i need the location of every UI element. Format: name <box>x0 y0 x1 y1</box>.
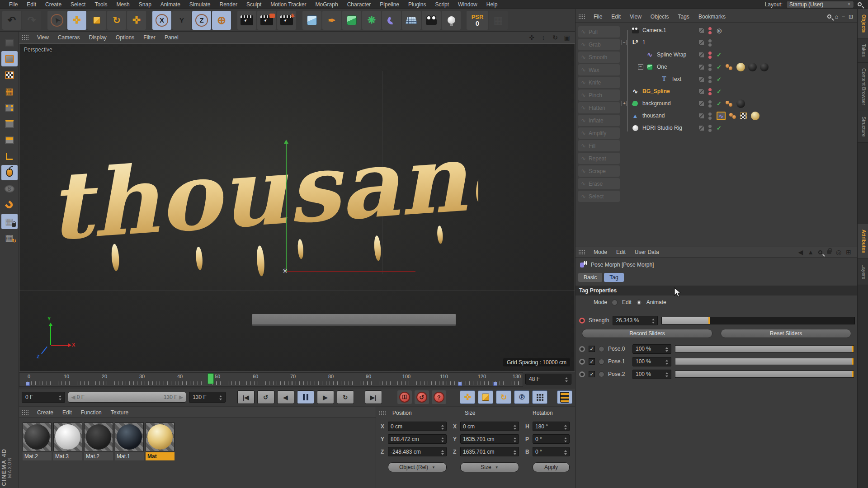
stepper-arrows-icon[interactable] <box>59 394 61 400</box>
menu-character[interactable]: Character <box>343 1 376 8</box>
visibility-toggle[interactable] <box>698 125 704 131</box>
sculpt-tool-repeat[interactable]: Repeat <box>578 153 620 164</box>
home-icon[interactable]: ⌂ <box>835 14 838 20</box>
phong-tag-icon[interactable] <box>726 101 733 107</box>
record-keyframe-button[interactable]: ⚿ <box>397 390 412 404</box>
y-axis-lock-button[interactable]: Y <box>172 11 191 30</box>
material-thumbnail[interactable] <box>23 422 52 451</box>
attr-menu-userdata[interactable]: User Data <box>630 249 664 255</box>
lattice-button[interactable] <box>489 11 508 30</box>
camera-button[interactable] <box>422 11 441 30</box>
primitive-cube-button[interactable] <box>302 11 321 30</box>
visibility-toggle[interactable] <box>698 101 704 107</box>
workplane-button[interactable] <box>1 84 18 99</box>
key-rotation-toggle[interactable] <box>496 390 511 404</box>
sculpt-tool-knife[interactable]: Knife <box>578 77 620 88</box>
history-forward-icon[interactable]: ▲ <box>807 249 814 256</box>
menu-mograph[interactable]: MoGraph <box>311 1 343 8</box>
editor-render-dots[interactable] <box>708 76 712 83</box>
pose-checkbox[interactable]: ✓ <box>589 371 595 377</box>
sculpt-tool-wax[interactable]: Wax <box>578 64 620 75</box>
rot-b-field[interactable]: 0 ° <box>533 447 570 456</box>
menu-motion-tracker[interactable]: Motion Tracker <box>266 1 311 8</box>
material-tag-dark[interactable] <box>760 63 769 71</box>
next-frame-button[interactable]: ▶ <box>317 390 334 404</box>
x-axis-handle[interactable] <box>287 271 415 272</box>
stepper-arrows-icon[interactable] <box>665 371 668 377</box>
material-thumbnail[interactable] <box>146 422 175 451</box>
pose-radio[interactable] <box>599 371 604 377</box>
material-menu-function[interactable]: Function <box>76 409 106 416</box>
material-tag-dark[interactable] <box>736 99 745 108</box>
material-thumbnail[interactable] <box>115 422 144 451</box>
keyframe-selection-button[interactable]: ? <box>432 390 446 404</box>
om-menu-file[interactable]: File <box>589 14 607 20</box>
editor-render-dots[interactable] <box>708 64 712 71</box>
object-row-null-1[interactable]: − 1 <box>621 37 858 49</box>
keyframe-marker[interactable] <box>493 382 497 386</box>
sculpt-tool-scrape[interactable]: Scrape <box>578 165 620 177</box>
object-name[interactable]: thousand <box>642 113 665 119</box>
grip-icon[interactable] <box>578 14 585 19</box>
text-3d-object[interactable]: thousand <box>44 98 478 310</box>
stepper-arrows-icon[interactable] <box>665 346 668 352</box>
record-sliders-button[interactable]: Record Sliders <box>582 329 712 338</box>
material-item-selected[interactable]: Mat <box>146 422 175 460</box>
size-y-field[interactable]: 1635.701 cm <box>460 434 519 444</box>
pose-value-field[interactable]: 100 % <box>632 357 671 366</box>
object-name[interactable]: Spline Wrap <box>657 52 686 58</box>
radio-edit[interactable] <box>612 300 618 305</box>
psr-indicator[interactable]: PSR 0 <box>467 11 488 30</box>
y-axis-handle[interactable] <box>286 141 287 272</box>
make-editable-button[interactable] <box>1 35 18 50</box>
object-row-camera[interactable]: Camera.1 ◎ <box>621 24 858 37</box>
live-selection-button[interactable] <box>47 11 66 30</box>
preview-range-slider[interactable]: 0 F 130 F <box>68 392 186 403</box>
material-thumbnail[interactable] <box>53 422 82 451</box>
rotate-tool-button[interactable] <box>107 11 126 30</box>
keyframe-marker[interactable] <box>458 382 462 386</box>
object-name[interactable]: HDRI Studio Rig <box>642 125 682 131</box>
stepper-arrows-icon[interactable] <box>441 449 444 455</box>
attr-menu-edit[interactable]: Edit <box>612 249 630 255</box>
range-end-stepper[interactable]: 130 F <box>189 392 226 403</box>
viewport-menu-options[interactable]: Options <box>111 34 139 41</box>
strength-field[interactable]: 26.343 % <box>613 316 658 325</box>
keyframe-ring-icon[interactable] <box>579 346 585 352</box>
material-item[interactable]: Mat.1 <box>115 422 144 460</box>
soft-selection-button[interactable]: S <box>1 181 18 197</box>
object-row-bg-spline[interactable]: BG_Spline ✓ <box>621 85 858 98</box>
pose-slider[interactable] <box>675 345 854 352</box>
viewport-maximize-icon[interactable] <box>562 33 571 42</box>
key-scale-toggle[interactable] <box>478 390 493 404</box>
radio-animate[interactable] <box>636 300 642 305</box>
previous-frame-button[interactable]: ◀ <box>277 390 294 404</box>
compositing-tag-icon[interactable] <box>740 113 747 119</box>
strength-slider[interactable] <box>661 317 855 324</box>
viewport-rotate-icon[interactable] <box>551 33 560 42</box>
pos-y-field[interactable]: 808.472 cm <box>388 434 447 444</box>
menu-render[interactable]: Render <box>215 1 242 8</box>
scale-tool-button[interactable] <box>87 11 106 30</box>
material-menu-edit[interactable]: Edit <box>58 409 76 416</box>
stepper-arrows-icon[interactable] <box>564 423 567 430</box>
pose-value-field[interactable]: 100 % <box>632 344 671 354</box>
menu-mesh[interactable]: Mesh <box>112 1 134 8</box>
stepper-arrows-icon[interactable] <box>514 449 516 455</box>
menu-pipeline[interactable]: Pipeline <box>375 1 404 8</box>
menu-select[interactable]: Select <box>66 1 90 8</box>
material-item[interactable]: Mat.3 <box>53 422 82 460</box>
snap-button[interactable] <box>1 197 18 213</box>
visibility-toggle[interactable] <box>698 40 704 46</box>
material-tag-gold[interactable] <box>751 112 760 120</box>
edges-mode-button[interactable] <box>1 116 18 131</box>
menu-help[interactable]: Help <box>482 1 502 8</box>
pos-x-field[interactable]: 0 cm <box>388 422 447 431</box>
material-tag-dark[interactable] <box>748 63 757 71</box>
sculpt-tool-pull[interactable]: Pull <box>578 26 620 38</box>
minus-icon[interactable]: − <box>842 14 845 20</box>
menu-script[interactable]: Script <box>430 1 453 8</box>
stepper-arrows-icon[interactable] <box>514 436 516 442</box>
stepper-arrows-icon[interactable] <box>441 436 444 442</box>
editor-render-dots[interactable] <box>708 52 712 59</box>
